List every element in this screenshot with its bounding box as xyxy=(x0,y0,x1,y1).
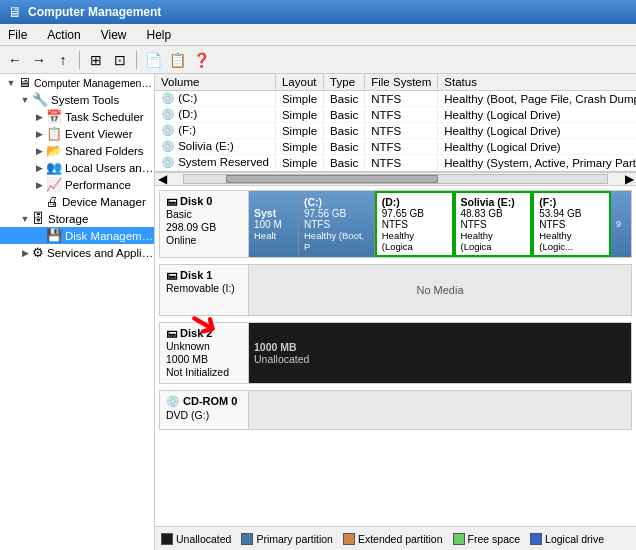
legend-box-primary xyxy=(241,533,253,545)
event-viewer-label: Event Viewer xyxy=(65,128,133,140)
storage-icon: 🗄 xyxy=(32,211,45,226)
legend-primary: Primary partition xyxy=(241,533,332,545)
scrollbar-track[interactable] xyxy=(183,174,608,184)
legend-label-free: Free space xyxy=(468,533,521,545)
toggle-shared-folders[interactable]: ▶ xyxy=(32,146,46,156)
sidebar-item-local-users[interactable]: ▶ 👥 Local Users and Groups xyxy=(0,159,154,176)
toggle-computer-mgmt[interactable]: ▼ xyxy=(4,78,18,88)
sidebar-item-shared-folders[interactable]: ▶ 📂 Shared Folders xyxy=(0,142,154,159)
partition-extra: 9 xyxy=(611,191,631,257)
disk-table: Volume Layout Type File System Status C … xyxy=(155,74,636,172)
sidebar-item-performance[interactable]: ▶ 📈 Performance xyxy=(0,176,154,193)
disk-map: 🖴 Disk 0 Basic 298.09 GB Online Syst 100… xyxy=(155,186,636,526)
volume-fs: NTFS xyxy=(365,107,438,123)
volume-fs: NTFS xyxy=(365,155,438,171)
table-row[interactable]: 💿 (C:) Simple Basic NTFS Healthy (Boot, … xyxy=(155,91,636,107)
content-area: Volume Layout Type File System Status C … xyxy=(155,74,636,550)
toolbar: ← → ↑ ⊞ ⊡ 📄 📋 ❓ xyxy=(0,46,636,74)
volume-layout: Simple xyxy=(275,155,323,171)
volume-type: Basic xyxy=(324,155,365,171)
sidebar-item-event-viewer[interactable]: ▶ 📋 Event Viewer xyxy=(0,125,154,142)
volume-layout: Simple xyxy=(275,123,323,139)
scroll-left-button[interactable]: ◀ xyxy=(155,172,169,186)
toggle-services-apps[interactable]: ▶ xyxy=(18,248,32,258)
scrollbar-thumb[interactable] xyxy=(226,175,438,183)
local-users-label: Local Users and Groups xyxy=(65,162,154,174)
table-row[interactable]: 💿 Solivia (E:) Simple Basic NTFS Healthy… xyxy=(155,139,636,155)
legend-label-primary: Primary partition xyxy=(256,533,332,545)
toggle-system-tools[interactable]: ▼ xyxy=(18,95,32,105)
horizontal-scrollbar[interactable]: ◀ ▶ xyxy=(155,172,636,186)
up-button[interactable]: ↑ xyxy=(52,49,74,71)
toggle-task-scheduler[interactable]: ▶ xyxy=(32,112,46,122)
show-hide-button[interactable]: ⊞ xyxy=(85,49,107,71)
legend-unallocated: Unallocated xyxy=(161,533,231,545)
computer-mgmt-icon: 🖥 xyxy=(18,75,31,90)
legend-free: Free space xyxy=(453,533,521,545)
toolbar-separator-2 xyxy=(136,51,137,69)
volume-status: Healthy (Logical Drive) xyxy=(438,139,636,155)
back-button[interactable]: ← xyxy=(4,49,26,71)
sidebar-item-system-tools[interactable]: ▼ 🔧 System Tools xyxy=(0,91,154,108)
toggle-event-viewer[interactable]: ▶ xyxy=(32,129,46,139)
app-icon: 🖥 xyxy=(8,4,22,20)
services-apps-label: Services and Applications xyxy=(47,247,154,259)
performance-label: Performance xyxy=(65,179,131,191)
table-row[interactable]: 💿 System Reserved Simple Basic NTFS Heal… xyxy=(155,155,636,171)
sidebar-item-disk-management[interactable]: 💾 Disk Management xyxy=(0,227,154,244)
disk-2-partitions: 1000 MB Unallocated xyxy=(249,322,632,384)
sidebar-item-services-apps[interactable]: ▶ ⚙ Services and Applications xyxy=(0,244,154,261)
computer-mgmt-label: Computer Management (Local xyxy=(34,77,154,89)
disk-2-status: Not Initialized xyxy=(166,366,242,378)
help-button[interactable]: ❓ xyxy=(190,49,212,71)
performance-icon: 📈 xyxy=(46,177,62,192)
table-row[interactable]: 💿 (D:) Simple Basic NTFS Healthy (Logica… xyxy=(155,107,636,123)
partition-c[interactable]: (C:) 97.56 GB NTFS Healthy (Boot, P xyxy=(299,191,375,257)
shared-folders-icon: 📂 xyxy=(46,143,62,158)
new-window-button[interactable]: 📄 xyxy=(142,49,164,71)
legend-box-free xyxy=(453,533,465,545)
disk-0-label: 🖴 Disk 0 Basic 298.09 GB Online xyxy=(159,190,249,258)
task-scheduler-label: Task Scheduler xyxy=(65,111,144,123)
legend-logical: Logical drive xyxy=(530,533,604,545)
disk-1-label: 🖴 Disk 1 Removable (I:) xyxy=(159,264,249,316)
disk-0-row: 🖴 Disk 0 Basic 298.09 GB Online Syst 100… xyxy=(159,190,632,258)
show-button[interactable]: ⊡ xyxy=(109,49,131,71)
task-scheduler-icon: 📅 xyxy=(46,109,62,124)
legend-box-extended xyxy=(343,533,355,545)
volume-status: Healthy (Logical Drive) xyxy=(438,123,636,139)
sidebar-item-computer-mgmt[interactable]: ▼ 🖥 Computer Management (Local xyxy=(0,74,154,91)
menu-action[interactable]: Action xyxy=(43,26,84,44)
partition-system-reserved[interactable]: Syst 100 M Healt xyxy=(249,191,299,257)
toggle-performance[interactable]: ▶ xyxy=(32,180,46,190)
col-fs: File System xyxy=(365,74,438,91)
toolbar-separator-1 xyxy=(79,51,80,69)
sidebar-item-task-scheduler[interactable]: ▶ 📅 Task Scheduler xyxy=(0,108,154,125)
storage-label: Storage xyxy=(48,213,88,225)
unalloc-size: 1000 MB xyxy=(254,341,626,353)
menu-view[interactable]: View xyxy=(97,26,131,44)
partition-f[interactable]: (F:) 53.94 GB NTFS Healthy (Logic... xyxy=(532,191,611,257)
toggle-disk-mgmt xyxy=(32,231,46,241)
volumes-table: Volume Layout Type File System Status C … xyxy=(155,74,636,171)
volume-type: Basic xyxy=(324,139,365,155)
partition-d[interactable]: (D:) 97.65 GB NTFS Healthy (Logica xyxy=(375,191,454,257)
sidebar-item-storage[interactable]: ▼ 🗄 Storage xyxy=(0,210,154,227)
menu-help[interactable]: Help xyxy=(143,26,176,44)
partition-e[interactable]: Solivia (E:) 48.83 GB NTFS Healthy (Logi… xyxy=(454,191,533,257)
col-volume: Volume xyxy=(155,74,275,91)
disk-0-name: 🖴 Disk 0 xyxy=(166,195,242,207)
properties-button[interactable]: 📋 xyxy=(166,49,188,71)
toggle-local-users[interactable]: ▶ xyxy=(32,163,46,173)
disk-1-type: Removable (I:) xyxy=(166,282,242,294)
menu-file[interactable]: File xyxy=(4,26,31,44)
sidebar-item-device-manager[interactable]: 🖨 Device Manager xyxy=(0,193,154,210)
disk-1-name: 🖴 Disk 1 xyxy=(166,269,242,281)
forward-button[interactable]: → xyxy=(28,49,50,71)
scroll-right-button[interactable]: ▶ xyxy=(622,172,636,186)
toggle-storage[interactable]: ▼ xyxy=(18,214,32,224)
table-row[interactable]: 💿 (F:) Simple Basic NTFS Healthy (Logica… xyxy=(155,123,636,139)
local-users-icon: 👥 xyxy=(46,160,62,175)
legend-box-unallocated xyxy=(161,533,173,545)
partition-unallocated-disk2[interactable]: 1000 MB Unallocated xyxy=(249,323,631,383)
